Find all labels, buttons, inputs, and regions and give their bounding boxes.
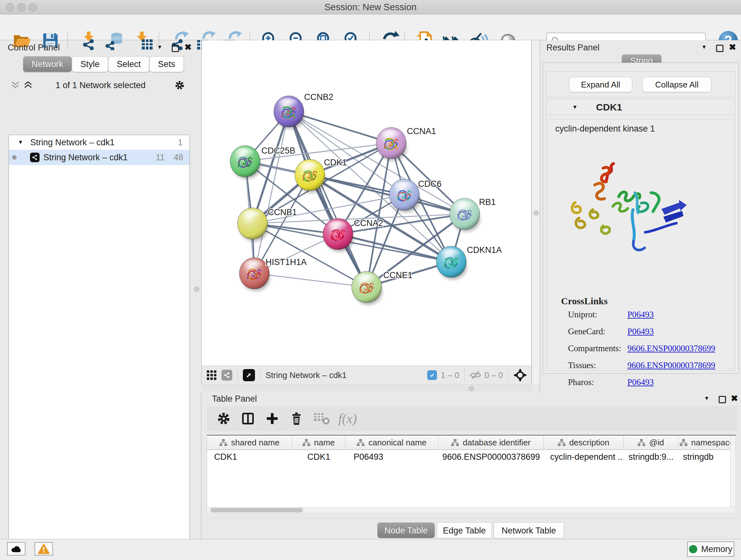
delete-column-icon[interactable] bbox=[289, 411, 304, 426]
memory-button[interactable]: Memory bbox=[687, 542, 734, 557]
main-toolbar: ? bbox=[0, 14, 741, 40]
column-type-icon bbox=[357, 439, 364, 446]
table-row[interactable]: CDK1 CDK1 P06493 9606.ENSP00000378699 cy… bbox=[207, 450, 736, 464]
scrollbar-thumb[interactable] bbox=[210, 508, 303, 512]
network-row-selected[interactable]: String Network – cdk1 11 48 bbox=[9, 150, 190, 165]
hidden-eye-icon[interactable] bbox=[470, 371, 481, 380]
table-cell: stringdb bbox=[678, 452, 735, 462]
open-view-icon[interactable] bbox=[243, 369, 255, 381]
birds-eye-icon[interactable] bbox=[514, 368, 527, 382]
network-node-cdc25b[interactable]: CDC25B bbox=[230, 145, 295, 179]
tab-node-table[interactable]: Node Table bbox=[377, 522, 435, 538]
status-bar: Memory bbox=[0, 539, 741, 560]
network-node-ccnb2[interactable]: CCNB2 bbox=[274, 92, 333, 129]
add-column-icon[interactable] bbox=[265, 411, 280, 426]
horizontal-splitter[interactable] bbox=[201, 384, 532, 392]
table-horizontal-scrollbar[interactable] bbox=[207, 507, 736, 513]
network-node-count: 11 bbox=[156, 152, 165, 163]
column-type-icon bbox=[219, 439, 227, 446]
grid-view-icon[interactable] bbox=[206, 370, 217, 381]
table-panel-menu-icon[interactable]: ▼ bbox=[704, 395, 710, 401]
network-label: String Network – cdk1 bbox=[44, 152, 128, 163]
network-node-cdkn1a[interactable]: CDKN1A bbox=[436, 245, 502, 280]
crosslink-label: Compartments: bbox=[568, 344, 621, 353]
column-header-description[interactable]: description bbox=[544, 435, 623, 449]
string-results-box: Expand All Collapse All ▼ CDK1 cyclin-de… bbox=[543, 63, 739, 374]
left-splitter-handle[interactable] bbox=[194, 287, 199, 292]
expand-all-button[interactable]: Expand All bbox=[569, 77, 632, 92]
table-panel: Table Panel ▼ ✖ f(x) shared name name bbox=[201, 392, 741, 539]
crosslinks-title: CrossLinks bbox=[561, 296, 608, 307]
network-node-ccna1[interactable]: CCNA1 bbox=[376, 126, 436, 161]
tab-network-table[interactable]: Network Table bbox=[494, 522, 564, 538]
gene-expander-icon[interactable]: ▼ bbox=[572, 104, 578, 111]
gear-icon[interactable] bbox=[216, 411, 231, 426]
column-header-name[interactable]: name bbox=[292, 435, 345, 449]
column-visibility-icon[interactable] bbox=[241, 411, 255, 426]
warnings-button[interactable] bbox=[35, 542, 53, 556]
crosslink-link[interactable]: P06493 bbox=[627, 377, 654, 387]
network-node-hist1h1a[interactable]: HIST1H1A bbox=[239, 257, 307, 291]
column-type-icon bbox=[637, 439, 645, 446]
tab-network[interactable]: Network bbox=[23, 56, 72, 72]
selected-checkbox-icon[interactable] bbox=[427, 370, 437, 380]
column-header-canonical-name[interactable]: canonical name bbox=[345, 435, 439, 449]
table-header-row: shared name name canonical name database… bbox=[207, 435, 736, 450]
tab-edge-table[interactable]: Edge Table bbox=[437, 522, 492, 538]
vertical-splitter[interactable] bbox=[532, 40, 540, 384]
network-edge-count: 48 bbox=[174, 152, 183, 163]
gene-header[interactable]: ▼ CDK1 bbox=[546, 100, 735, 115]
splitter-handle[interactable] bbox=[469, 386, 474, 391]
tab-style[interactable]: Style bbox=[72, 56, 108, 72]
control-panel-menu-icon[interactable]: ▼ bbox=[157, 44, 162, 51]
control-panel: Control Panel ▼ ✖ Network Style Select S… bbox=[0, 40, 201, 539]
results-panel-menu-icon[interactable]: ▼ bbox=[701, 44, 707, 51]
column-header-namespace[interactable]: namespace bbox=[678, 435, 735, 449]
protein-structure-image bbox=[563, 154, 688, 265]
network-node-cdk1[interactable]: CDK1 bbox=[295, 158, 347, 193]
network-view[interactable]: CCNB2CCNA1CDC25BCDK1CDC6RB1CCNB1CCNA2CDK… bbox=[201, 40, 532, 384]
results-panel-float-icon[interactable] bbox=[716, 45, 724, 52]
table-panel-close-icon[interactable]: ✖ bbox=[731, 393, 738, 403]
column-header-shared-name[interactable]: shared name bbox=[207, 435, 292, 449]
gear-icon[interactable] bbox=[174, 80, 185, 91]
network-edge[interactable] bbox=[254, 273, 367, 287]
cloud-icon bbox=[10, 544, 22, 553]
table-cell: cyclin-dependent ... bbox=[544, 452, 623, 462]
table-panel-title: Table Panel bbox=[212, 394, 257, 404]
network-edge[interactable] bbox=[254, 111, 289, 273]
table-panel-float-icon[interactable] bbox=[719, 396, 726, 403]
column-header-database-identifier[interactable]: database identifier bbox=[439, 435, 544, 449]
control-panel-float-icon[interactable] bbox=[172, 45, 179, 52]
crosslink-label: Tissues: bbox=[568, 361, 596, 370]
delete-table-icon[interactable] bbox=[313, 411, 330, 426]
table-cell: 9606.ENSP00000378699 bbox=[439, 452, 544, 462]
network-collection-row[interactable]: ▼ String Network – cdk1 1 bbox=[9, 135, 190, 150]
memory-status-icon bbox=[689, 545, 697, 553]
control-panel-close-icon[interactable]: ✖ bbox=[185, 42, 192, 52]
collapse-all-button[interactable]: Collapse All bbox=[643, 77, 711, 92]
network-graph[interactable]: CCNB2CCNA1CDC25BCDK1CDC6RB1CCNB1CCNA2CDK… bbox=[202, 40, 531, 366]
network-view-title: String Network – cdk1 bbox=[266, 370, 347, 380]
function-builder-button[interactable]: f(x) bbox=[338, 411, 357, 426]
crosslink-link[interactable]: P06493 bbox=[627, 327, 654, 336]
results-panel-close-icon[interactable]: ✖ bbox=[729, 42, 736, 52]
column-type-icon bbox=[451, 439, 459, 446]
network-view-share-icon[interactable] bbox=[221, 370, 232, 381]
expand-collapse-bar: Expand All Collapse All bbox=[546, 71, 735, 98]
tab-select[interactable]: Select bbox=[108, 56, 149, 72]
crosslink-link[interactable]: 9606.ENSP00000378699 bbox=[627, 344, 715, 354]
warning-icon bbox=[38, 543, 50, 554]
network-node-rb1[interactable]: RB1 bbox=[450, 197, 496, 232]
tab-sets[interactable]: Sets bbox=[149, 56, 184, 72]
node-table: shared name name canonical name database… bbox=[207, 435, 736, 508]
cloud-button[interactable] bbox=[7, 542, 25, 556]
gene-section: ▼ CDK1 cyclin-dependent kinase 1 bbox=[546, 99, 735, 371]
column-header-id[interactable]: @id bbox=[623, 435, 678, 449]
crosslink-link[interactable]: 9606.ENSP00000378699 bbox=[627, 361, 715, 370]
gene-details: cyclin-dependent kinase 1 bbox=[547, 119, 734, 368]
table-vertical-scrollbar[interactable] bbox=[730, 435, 736, 508]
collection-expander-icon[interactable]: ▼ bbox=[18, 139, 23, 145]
splitter-handle[interactable] bbox=[534, 210, 539, 215]
crosslink-link[interactable]: P06493 bbox=[627, 310, 654, 320]
